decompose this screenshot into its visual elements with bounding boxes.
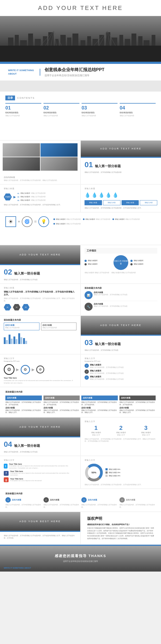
section4-banner-text: ADD YOUR TEXT HERE bbox=[19, 426, 61, 428]
s2-input-label: 请输入标题 bbox=[4, 287, 76, 289]
legend-1: 请输入标题 50% bbox=[105, 468, 157, 471]
photo-caption-text: 总结内容标题 bbox=[4, 176, 76, 179]
section3-title: 输入第一部分标题 bbox=[95, 342, 121, 346]
photo-grid bbox=[0, 141, 80, 173]
check-3: ✓ 请输入标题词 请输入文字信息内容，文字内容请输入文字信息 bbox=[85, 375, 157, 380]
slide-s2-input: 请输入标题 请输入文字信息内容，文字内容请输入文字信息内容，文字信息内容请输入文… bbox=[0, 284, 80, 315]
slide-numbers-right: 请输入文字 1 请输入标题词 请输入文字 2 请输入标题词 请输入文字 3 请输… bbox=[81, 418, 161, 456]
info-box-1-title: 总结大标题 bbox=[5, 396, 42, 400]
thanks-center: 感谢您的观看指导 THANKS 适用于企业年终总结/活动策划/总报汇报等 bbox=[55, 554, 106, 563]
photo-caption-sub: 请输入文字信息内容，文字内容请输入文字信息内容，请输入文字信息内容。 bbox=[4, 179, 76, 181]
stat-title-2: 总结大标题 bbox=[94, 303, 127, 305]
social-label: 请输入文字 bbox=[4, 459, 76, 462]
slide-bar-left: 添加标题文本内容 总结大标题 请输入文字信息内容 总结大标题 请输入文字信息内容 bbox=[0, 316, 80, 354]
copyright-text1: 感谢您使用本套幻灯片模板，在此特别声明本产品！ bbox=[87, 523, 155, 526]
svg-rect-10 bbox=[67, 38, 71, 46]
svg-rect-13 bbox=[87, 36, 91, 46]
slide-process-right: 请输入文字 Designed by PPT.com ✓ 请输入标题词 请输入文字… bbox=[81, 354, 161, 387]
svg-rect-11 bbox=[72, 34, 78, 46]
section1-banner: ADD YOUR TEXT HERE bbox=[81, 141, 161, 157]
bar-group-4 bbox=[18, 333, 22, 344]
your-title: Your Title here bbox=[4, 377, 76, 379]
work-title: 工作项目 bbox=[85, 248, 157, 254]
gear-gray: ⚙ bbox=[36, 365, 44, 374]
photo-2 bbox=[41, 143, 78, 157]
cover-blue-bar bbox=[0, 62, 161, 64]
twitter-icon: t bbox=[4, 464, 8, 469]
hex-desc: 请输入文字信息内容，文字内容请输入文字信息内容，文字信息内容请输入文字。 bbox=[4, 204, 76, 206]
social-fb: f Your Title here A template can use a l… bbox=[4, 470, 76, 477]
process-input-label: 请输入文字 bbox=[85, 357, 157, 360]
proc-3: 请输入标题 bbox=[122, 200, 139, 205]
section3-num-title: 03 输入第一部分标题 bbox=[85, 338, 157, 347]
slide-pair-7: 请输入标题 请输入文字信息内容，文字内容请输入文字信息内容，文字信息内容请输入文… bbox=[0, 284, 161, 315]
numbers-row: 1 请输入标题词 请输入文字 2 请输入标题词 请输入文字 3 请输入标题词 请… bbox=[85, 425, 157, 436]
check-2: ✓ 请输入标题词 请输入文字信息内容，文字内容请输入文字信息 bbox=[85, 369, 157, 375]
bulb-icon: 💡 bbox=[38, 216, 49, 227]
info-box-2-title: 总结大标题 bbox=[43, 396, 80, 400]
info-col-3: 总结大标题 请输入文字信息内容，文字内容请输入文字信息内容，文字信息内容。 总结… bbox=[81, 396, 118, 414]
add-col-2: 2 总结大标题 请输入文字信息内容，文字内容请输入文字信息内容。 bbox=[43, 497, 80, 508]
section3-banner-img: ADD YOUR TEXT HERE bbox=[81, 316, 161, 335]
section3-banner-text: ADD YOUR TEXT HERE bbox=[100, 324, 141, 327]
slide-work-right: 工作项目 请输入标题词 请输入标题词 优质工作 内容摘要 bbox=[81, 245, 161, 283]
bar-group-5 bbox=[23, 338, 27, 344]
add-title-label: 添加标题文本内容 bbox=[5, 492, 156, 495]
hex-items: 关键词 ▶ 01 请输入标题词 请输入文字信息内容 02 请输入标题词 请输入文… bbox=[4, 192, 76, 202]
bar-content: 添加标题文本内容 总结大标题 请输入文字信息内容 总结大标题 请输入文字信息内容 bbox=[0, 316, 80, 347]
google-title: Your Title here bbox=[10, 478, 42, 480]
num-item-3: 3 请输入标题词 请输入文字 bbox=[134, 425, 157, 436]
slide-add-title-bottom: 添加标题文本内容 1 总结大标题 请输入文字信息内容，文字内容请输入文字信息内容… bbox=[0, 489, 161, 511]
process-content: 请输入文字 Designed by PPT.com ✓ 请输入标题词 请输入文字… bbox=[81, 354, 161, 384]
contents-header: 目录 CONTENTS bbox=[5, 96, 156, 100]
cover-main-title: 创意线条企业年终汇报总结PPT bbox=[45, 67, 153, 73]
gear-dark: ⚙ bbox=[4, 364, 14, 375]
photo-4 bbox=[41, 157, 78, 171]
section4-title: 输入第一部分标题 bbox=[14, 444, 40, 448]
work-item-r2: 请输入标题词 bbox=[130, 263, 157, 265]
fb-icon: f bbox=[4, 471, 9, 476]
stat-item-2: 🔧 总结大标题 请输入文字信息内容，文字内容请输入文字信息 bbox=[85, 303, 157, 311]
hex-3: 03 bbox=[22, 304, 30, 310]
slide-pair-8: 添加标题文本内容 总结大标题 请输入文字信息内容 总结大标题 请输入文字信息内容 bbox=[0, 316, 161, 354]
s2-add-title: 添加标题文本内容 bbox=[85, 287, 157, 290]
numbers-content: 请输入文字 1 请输入标题词 请输入文字 2 请输入标题词 请输入文字 3 请输… bbox=[81, 418, 161, 445]
section4-num-title: 04 输入第一部分标题 bbox=[4, 440, 76, 449]
copyright-banner-img: ADD YOUR BEST HERE bbox=[0, 512, 80, 531]
contents-title-4: 轻松将您的报告 bbox=[120, 111, 156, 114]
hex-item-3: 03 请输入标题词 请输入文字信息内容 bbox=[17, 199, 46, 202]
svg-rect-23 bbox=[152, 35, 155, 46]
energy-rows: 请输入标题词 请输入文字信息内容 请输入标题词 请输入文字信息内容 请输入标题词… bbox=[53, 218, 156, 225]
gear-content: 请输入文字 Designed by PPT.com ⚙ ▶ ⚙ ▶ ⚙ Your… bbox=[0, 354, 80, 387]
bar-chart bbox=[4, 332, 76, 344]
copyright-content-small: 请输入文字信息内容，文字内容请输入文字信息内容，文字信息内容请输入文字。请输入文… bbox=[0, 532, 80, 542]
bar-boxes: 总结大标题 请输入文字信息内容 总结大标题 请输入文字信息内容 bbox=[4, 323, 76, 330]
slide-pair-3: 总结内容标题 请输入文字信息内容，文字内容请输入文字信息内容，请输入文字信息内容… bbox=[0, 141, 161, 184]
fb-text: A template can use a layout to be struct… bbox=[10, 472, 76, 477]
svg-rect-1 bbox=[8, 38, 13, 46]
bar-title: 添加标题文本内容 bbox=[4, 319, 76, 321]
s2-stat-left: 📊 总结大标题 请输入文字信息内容，文字内容请输入文字信息 🔧 总结大标题 请输… bbox=[85, 291, 157, 311]
pie-desc: 请输入文字信息内容，文字内容请输入文字信息内容，文字信息内容请输入文字。 bbox=[85, 484, 157, 486]
section2-intro: 02 输入第一部分标题 请输入文字信息内容，文字内容请输入文字信息 bbox=[0, 265, 80, 283]
section1-num-title: 01 输入第一部分标题 bbox=[85, 160, 157, 169]
work-item-r1: 请输入标题词 bbox=[130, 259, 157, 262]
info-box-4-text: 请输入文字信息内容，文字内容请输入文字信息内容，文字信息内容。 bbox=[119, 401, 156, 406]
cover-left-label: WRITE IT SOMETHING ABOUT bbox=[8, 69, 40, 75]
cover-top-bar: ADD YOUR TEXT HERE bbox=[0, 0, 161, 16]
info-boxes-title: 添加标题文本内容 bbox=[5, 390, 156, 393]
drop-3: 💧 bbox=[98, 192, 104, 198]
contents-items: 01 轻松将您的报告 请输入文字信息内容 02 轻松将您的报告 请输入文字信息内… bbox=[5, 103, 156, 117]
pie-content: 请输入文字 50% 请输入标题 50% bbox=[81, 456, 161, 488]
svg-text:50%: 50% bbox=[92, 471, 96, 474]
drop-4: 💧 bbox=[105, 192, 111, 198]
stat-item-1: 📊 总结大标题 请输入文字信息内容，文字内容请输入文字信息 bbox=[85, 291, 157, 299]
legend-3: 请输入标题 25% bbox=[105, 475, 157, 477]
work-right-items: 请输入标题词 请输入标题词 bbox=[130, 259, 157, 265]
svg-rect-8 bbox=[55, 39, 59, 46]
s2-input-content: 请输入标题 请输入文字信息内容，文字内容请输入文字信息内容，文字信息内容请输入文… bbox=[0, 284, 80, 315]
section2-num: 02 bbox=[4, 268, 12, 276]
section1-banner-text: ADD YOUR TEXT HERE bbox=[100, 147, 141, 150]
water-input-label: 请输入标题 bbox=[85, 187, 157, 190]
gear-row: ⚙ ▶ ⚙ ▶ ⚙ bbox=[4, 364, 76, 375]
